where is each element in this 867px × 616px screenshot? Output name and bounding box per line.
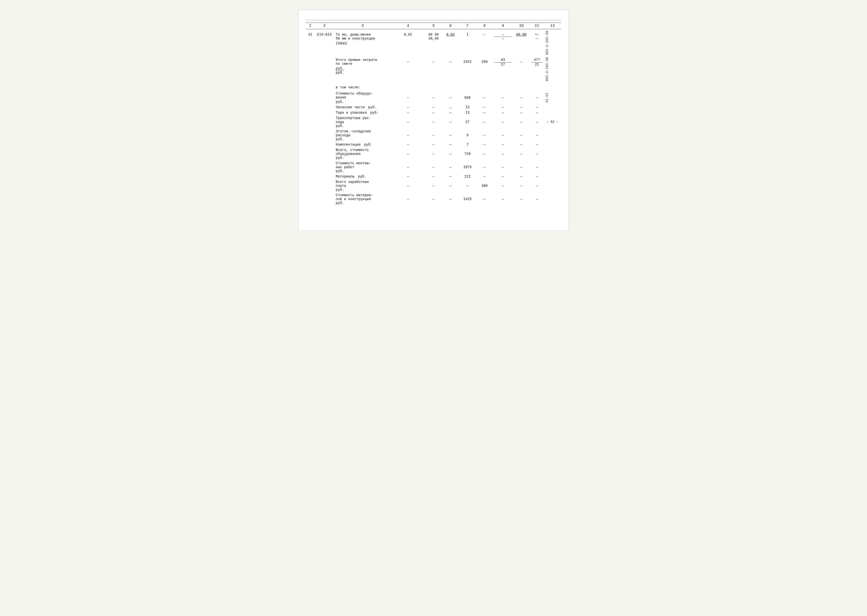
cell-col9: —: [493, 129, 513, 142]
row1-desc-line2: 50 мм и конструкции: [336, 36, 389, 41]
cell-col2: [315, 129, 334, 142]
cell-col3: Всего, стоимость оборудования руб.: [334, 147, 391, 160]
cell-row2-col10: —: [513, 55, 530, 82]
cell-col5: —: [425, 192, 442, 206]
col-header-3: 3: [334, 23, 391, 29]
cell-col8: —: [476, 147, 493, 160]
cell-row1-col11: =— —: [530, 29, 544, 56]
cell-col8: 300: [476, 179, 493, 192]
cell-col5: —: [425, 160, 442, 174]
cell-col2: [315, 110, 334, 115]
cell-col6: —: [442, 179, 459, 192]
cell-col3: Запасние части руб.: [334, 105, 391, 110]
col-header-4: 4: [391, 23, 425, 29]
cell-col7: 660: [459, 91, 476, 105]
cell-col8: —: [476, 110, 493, 115]
cell-row2-col4: —: [391, 55, 425, 82]
cell-col9: —: [493, 142, 513, 147]
section-empty-2: [315, 82, 334, 91]
cell-col11: —: [530, 91, 544, 105]
cell-col7: 27: [459, 115, 476, 129]
cell-row1-col8: —: [476, 29, 493, 56]
cell-col7: I3: [459, 110, 476, 115]
cell-col3: Всего заработная плата руб.: [334, 179, 391, 192]
cell-col12: [544, 110, 561, 115]
cell-row1-col7: I: [459, 29, 476, 56]
cell-col4: —: [391, 192, 425, 206]
cell-col12: [544, 142, 561, 147]
cell-col4: —: [391, 105, 425, 110]
cell-col11: —: [530, 174, 544, 179]
cell-row2-col5: —: [425, 55, 442, 82]
cell-col1: [306, 91, 315, 105]
section-title-spacer: [391, 82, 561, 91]
cell-col2: [315, 147, 334, 160]
table-row: Запасние части руб. — — .. I3 — — — —: [306, 105, 561, 110]
row1-unit: I00м2: [336, 41, 389, 46]
cell-col5: —: [425, 142, 442, 147]
cell-col4: —: [391, 160, 425, 174]
cell-col10: —: [513, 160, 530, 174]
column-header-row: I 2 3 4 5 6 7 8 9 IO II I3: [306, 23, 561, 29]
cell-col12: 4I.VI: [544, 91, 561, 105]
cell-col7: I3: [459, 105, 476, 110]
top-divider: [306, 20, 561, 20]
col-header-5: 5: [425, 23, 442, 29]
cell-col2: [315, 192, 334, 206]
cell-col3: Зготов.-складские расходы руб.: [334, 129, 391, 142]
table-row: Всего заработная плата руб. — — — — 300 …: [306, 179, 561, 192]
cell-col1: [306, 115, 315, 129]
cell-col3: Стоимость материа- лов и конструкции руб…: [334, 192, 391, 206]
cell-col12: [544, 179, 561, 192]
table-row: в том числе:: [306, 82, 561, 91]
cell-col9: —: [493, 160, 513, 174]
cell-row1-col6: 0.03: [442, 29, 459, 56]
cell-col9: —: [493, 105, 513, 110]
cell-col10: —: [513, 174, 530, 179]
cell-col9: —: [493, 115, 513, 129]
cell-col5: —: [425, 91, 442, 105]
cell-col12: [544, 129, 561, 142]
cell-col5: —: [425, 179, 442, 192]
cell-col4: —: [391, 179, 425, 192]
cell-col2: [315, 105, 334, 110]
col-header-2: 2: [315, 23, 334, 29]
cell-col7: 9: [459, 129, 476, 142]
cell-col4: —: [391, 110, 425, 115]
table-row: Стоимость материа- лов и конструкции руб…: [306, 192, 561, 206]
col-header-8: 8: [476, 23, 493, 29]
cell-col12: [544, 192, 561, 206]
col-header-6: 6: [442, 23, 459, 29]
cell-col12: [544, 174, 561, 179]
cell-col9: —: [493, 110, 513, 115]
cell-col10: —: [513, 105, 530, 110]
cell-col12: [544, 160, 561, 174]
cell-col5: —: [425, 110, 442, 115]
cell-col8: —: [476, 160, 493, 174]
cell-col4: —: [391, 174, 425, 179]
cell-col7: 7: [459, 142, 476, 147]
cell-row2-col3: Итого прямые затраты по смете руб. руб.: [334, 55, 391, 82]
table-row: Транспортные рас- ходы руб. — — — 27 — —…: [306, 115, 561, 129]
cell-row1-col2: E15–6I4: [315, 29, 334, 56]
cell-row2-col1: [306, 55, 315, 82]
table-row: Материалы руб. — — — I2I — — — —: [306, 174, 561, 179]
cell-col1: [306, 129, 315, 142]
cell-col12: — 82 —: [544, 115, 561, 129]
cell-col4: —: [391, 91, 425, 105]
cell-col6: —: [442, 129, 459, 142]
cell-row2-col12: 80I–2–I6I–38: [544, 55, 561, 82]
table-row: Тара и упаковка руб. — — — I3 — — — —: [306, 110, 561, 115]
cell-col1: [306, 192, 315, 206]
cell-col1: [306, 142, 315, 147]
cell-col4: —: [391, 129, 425, 142]
cell-col7: —: [459, 179, 476, 192]
cell-row2-col9: 43 I7: [493, 55, 513, 82]
cell-col2: [315, 142, 334, 147]
row1-desc-line1: То же, диам.менее: [336, 33, 389, 36]
cell-row1-col10: 68.00: [513, 29, 530, 56]
cell-col11: —: [530, 179, 544, 192]
cell-col11: —: [530, 147, 544, 160]
cell-col2: [315, 160, 334, 174]
cell-col9: —: [493, 179, 513, 192]
